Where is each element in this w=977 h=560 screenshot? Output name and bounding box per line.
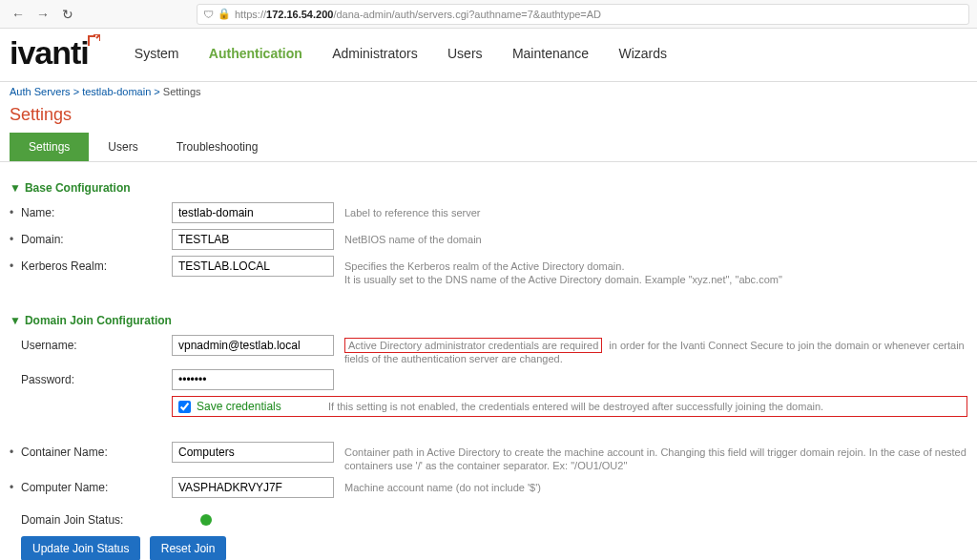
row-kerberos: • Kerberos Realm: Specifies the Kerberos…	[10, 256, 967, 287]
nav-system[interactable]: System	[121, 42, 193, 65]
breadcrumb: Auth Servers > testlab-domain > Settings	[0, 82, 977, 101]
help-kerberos: Specifies the Kerberos realm of the Acti…	[339, 256, 967, 287]
url-prefix: https://	[235, 9, 266, 20]
help-username: Active Directory administrator credentia…	[339, 335, 967, 366]
help-username-highlight: Active Directory administrator credentia…	[344, 338, 602, 353]
section-join-title: Domain Join Configuration	[25, 314, 172, 327]
reset-join-button[interactable]: Reset Join	[150, 536, 227, 560]
forward-button[interactable]: →	[32, 4, 53, 25]
nav-wizards[interactable]: Wizards	[605, 42, 680, 65]
reload-button[interactable]: ↻	[57, 4, 78, 25]
url-host: 172.16.54.200	[266, 9, 333, 20]
label-kerberos: Kerberos Realm:	[21, 256, 172, 273]
help-computer: Machine account name (do not include '$'…	[339, 477, 967, 494]
row-computer: • Computer Name: Machine account name (d…	[10, 477, 967, 500]
url-path: /dana-admin/auth/servers.cgi?authname=7&…	[333, 9, 601, 20]
label-domain: Domain:	[21, 229, 172, 246]
browser-toolbar: ← → ↻ 🛡 🔒 https://172.16.54.200/dana-adm…	[0, 0, 977, 29]
page-title: Settings	[10, 105, 967, 125]
row-password: Password:	[10, 369, 967, 392]
save-credentials-block: Save credentials If this setting is not …	[172, 396, 967, 417]
back-button[interactable]: ←	[8, 4, 29, 25]
row-domain: • Domain: NetBIOS name of the domain	[10, 229, 967, 252]
input-computer[interactable]	[172, 477, 334, 498]
label-join-status: Domain Join Status:	[21, 513, 200, 527]
input-container[interactable]	[172, 442, 334, 463]
row-username: Username: Active Directory administrator…	[10, 335, 967, 366]
status-indicator-green	[200, 514, 212, 526]
section-base-config[interactable]: ▼ Base Configuration	[10, 181, 967, 195]
checkbox-save-credentials[interactable]	[178, 401, 191, 413]
save-credentials-row: Save credentials If this setting is not …	[172, 396, 967, 417]
logo-mark-icon	[87, 34, 100, 48]
lock-icon: 🔒	[218, 8, 231, 20]
help-password	[339, 369, 967, 373]
app-header: ivanti System Authentication Administrat…	[0, 29, 977, 82]
breadcrumb-testlab-domain[interactable]: testlab-domain	[82, 86, 151, 97]
breadcrumb-current: Settings	[163, 86, 201, 97]
logo: ivanti	[10, 34, 98, 72]
row-name: • Name: Label to reference this server	[10, 202, 967, 225]
input-username[interactable]	[172, 335, 334, 356]
required-marker: •	[10, 229, 21, 246]
breadcrumb-auth-servers[interactable]: Auth Servers	[10, 86, 71, 97]
chevron-down-icon: ▼	[10, 181, 21, 195]
brand-text: ivanti	[10, 34, 89, 71]
input-password[interactable]	[172, 369, 334, 390]
update-join-status-button[interactable]: Update Join Status	[21, 536, 140, 560]
section-domain-join[interactable]: ▼ Domain Join Configuration	[10, 314, 967, 327]
label-password: Password:	[21, 369, 172, 386]
input-name[interactable]	[172, 202, 334, 223]
button-row: Update Join Status Reset Join	[10, 536, 967, 560]
tab-troubleshooting[interactable]: Troubleshooting	[157, 133, 278, 161]
label-save-credentials: Save credentials	[197, 400, 281, 413]
spacer	[10, 369, 21, 373]
nav-administrators[interactable]: Administrators	[319, 42, 430, 65]
label-container: Container Name:	[21, 442, 172, 459]
label-computer: Computer Name:	[21, 477, 172, 494]
tab-settings[interactable]: Settings	[10, 133, 89, 161]
required-marker: •	[10, 442, 21, 459]
section-base-title: Base Configuration	[25, 181, 131, 195]
chevron-down-icon: ▼	[10, 314, 21, 327]
spacer	[10, 335, 21, 339]
shield-icon: 🛡	[203, 9, 214, 20]
label-username: Username:	[21, 335, 172, 352]
input-domain[interactable]	[172, 229, 334, 250]
required-marker: •	[10, 202, 21, 219]
tab-users[interactable]: Users	[89, 133, 156, 161]
url-bar[interactable]: 🛡 🔒 https://172.16.54.200/dana-admin/aut…	[197, 4, 969, 25]
content-area: ▼ Base Configuration • Name: Label to re…	[0, 162, 977, 560]
help-name: Label to reference this server	[339, 202, 967, 219]
nav-authentication[interactable]: Authentication	[196, 42, 316, 65]
row-container: • Container Name: Container path in Acti…	[10, 442, 967, 473]
help-save-credentials: If this setting is not enabled, the cred…	[328, 401, 961, 412]
nav-users[interactable]: Users	[434, 42, 496, 65]
row-join-status: Domain Join Status:	[21, 513, 967, 527]
help-domain: NetBIOS name of the domain	[339, 229, 967, 246]
sub-tabs: Settings Users Troubleshooting	[0, 133, 977, 162]
label-name: Name:	[21, 202, 172, 219]
required-marker: •	[10, 477, 21, 494]
help-container: Container path in Active Directory to cr…	[339, 442, 967, 473]
nav-maintenance[interactable]: Maintenance	[499, 42, 602, 65]
required-marker: •	[10, 256, 21, 273]
top-nav: System Authentication Administrators Use…	[121, 42, 680, 65]
input-kerberos[interactable]	[172, 256, 334, 277]
